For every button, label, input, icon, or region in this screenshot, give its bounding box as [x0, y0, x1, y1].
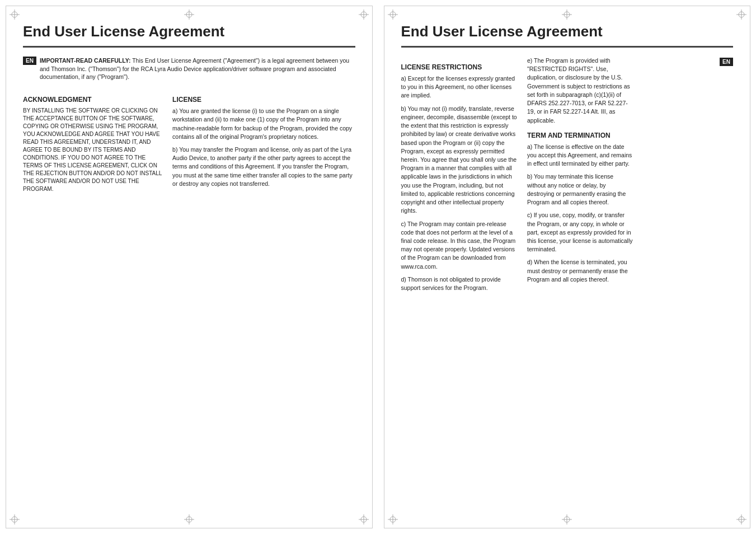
intro-text: IMPORTANT-READ CAREFULLY: This End User …: [40, 57, 355, 81]
lr-col2: e) The Program is provided with "RESTRIC…: [527, 57, 640, 297]
right-reg-mark-tc: [561, 9, 572, 20]
acknowledgment-col: ACKNOWLEDGMENT BY INSTALLING THE SOFTWAR…: [23, 89, 172, 198]
term-d: d) When the license is terminated, you m…: [527, 258, 633, 284]
left-page-title: End User License Agreement: [23, 23, 355, 48]
reg-mark-br: [358, 514, 369, 525]
reg-mark-tr: [358, 9, 369, 20]
reg-mark-bl: [9, 514, 20, 525]
intro-block: EN IMPORTANT-READ CAREFULLY: This End Us…: [23, 57, 355, 81]
license-title: LICENSE: [172, 96, 355, 104]
right-reg-mark-tr: [736, 9, 747, 20]
right-reg-mark-br: [736, 514, 747, 525]
license-restrictions-title: LICENSE RESTRICTIONS: [401, 63, 521, 71]
term-a: a) The license is effective on the date …: [527, 143, 633, 168]
term-c: c) If you use, copy, modify, or transfer…: [527, 211, 633, 254]
right-content: LICENSE RESTRICTIONS a) Except for the l…: [401, 57, 734, 297]
right-reg-mark-bl: [387, 514, 398, 525]
right-reg-mark-tl: [387, 9, 398, 20]
left-two-col: ACKNOWLEDGMENT BY INSTALLING THE SOFTWAR…: [23, 89, 355, 198]
acknowledgment-text: BY INSTALLING THE SOFTWARE OR CLICKING O…: [23, 107, 165, 193]
right-page: End User License Agreement LICENSE RESTR…: [384, 6, 751, 528]
term-title: TERM AND TERMINATION: [527, 132, 633, 139]
lr-d: d) Thomson is not obligated to provide s…: [401, 275, 521, 292]
lr-b: b) You may not (i) modify, translate, re…: [401, 105, 521, 216]
license-a: a) You are granted the license (i) to us…: [172, 107, 355, 141]
lr-c: c) The Program may contain pre-release c…: [401, 220, 521, 271]
reg-mark-tl: [9, 9, 20, 20]
reg-mark-tc: [184, 9, 195, 20]
right-page-title: End User License Agreement: [401, 23, 734, 48]
right-en-col: EN: [640, 57, 733, 297]
lr-e: e) The Program is provided with "RESTRIC…: [527, 57, 633, 125]
reg-mark-bc: [184, 514, 195, 525]
acknowledgment-title: ACKNOWLEDGMENT: [23, 96, 165, 104]
left-page: End User License Agreement EN IMPORTANT-…: [6, 6, 373, 528]
en-badge-right: EN: [720, 58, 733, 66]
term-b: b) You may terminate this license withou…: [527, 172, 633, 207]
license-b: b) You may transfer the Program and lice…: [172, 146, 355, 188]
intro-label: IMPORTANT-READ CAREFULLY:: [40, 57, 131, 64]
right-reg-mark-bc: [561, 514, 572, 525]
en-badge-left: EN: [23, 57, 36, 65]
license-col: LICENSE a) You are granted the license (…: [172, 89, 355, 198]
lr-col1: LICENSE RESTRICTIONS a) Except for the l…: [401, 57, 528, 297]
lr-a: a) Except for the licenses expressly gra…: [401, 74, 521, 100]
